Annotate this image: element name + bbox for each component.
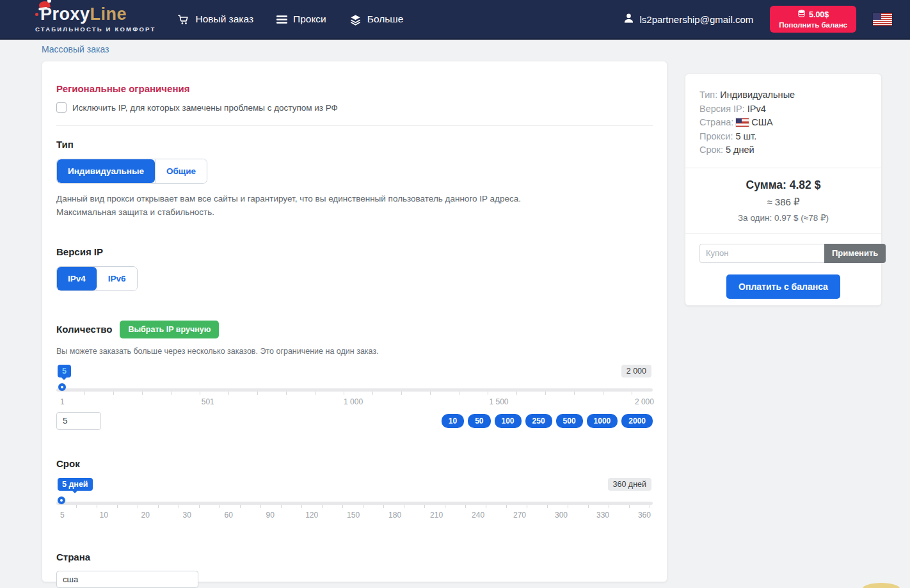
nav-item-label: Новый заказ: [195, 13, 253, 25]
account-email[interactable]: ls2partnership@gmail.com: [623, 13, 753, 26]
quantity-title: Количество: [56, 324, 112, 335]
summary-row: Тип:Индивидуальные: [699, 88, 867, 102]
balance-amount: 5.00$: [809, 10, 829, 19]
type-description: Данный вид прокси открывает вам все сайт…: [56, 193, 653, 219]
select-ip-manually-button[interactable]: Выбрать IP вручную: [120, 321, 219, 338]
top-up-balance-button[interactable]: 5.00$ Пополнить баланс: [770, 6, 856, 33]
duration-value-badge: 5 дней: [58, 478, 93, 491]
slider-tick-label: 60: [225, 511, 233, 520]
logo-dot-icon: [35, 13, 38, 16]
layers-icon: [349, 13, 362, 26]
order-form-card: Региональные ограничения Исключить IP, д…: [42, 61, 667, 582]
exclude-ip-checkbox[interactable]: [56, 102, 67, 113]
order-summary-card: Тип:Индивидуальные Версия IP:IPv4 Страна…: [685, 74, 882, 306]
slider-tick-label: 330: [596, 511, 609, 520]
slider-tick-label: 210: [430, 511, 443, 520]
language-flag-us-icon[interactable]: [873, 13, 892, 26]
nav-links: Новый заказ Прокси Больше: [177, 13, 403, 26]
slider-tick-label: 300: [555, 511, 568, 520]
list-icon: [276, 15, 287, 24]
breadcrumb-link[interactable]: Массовый заказ: [42, 44, 109, 54]
summary-row: Прокси:5 шт.: [699, 130, 867, 144]
duration-max-badge: 360 дней: [608, 478, 651, 491]
slider-tick-label: 1 000: [344, 397, 363, 406]
person-icon: [623, 13, 634, 26]
account-email-text: ls2partnership@gmail.com: [639, 14, 753, 25]
price-per-one: За один: 0.97 $ (≈78 ₽): [699, 212, 867, 223]
slider-tick-label: 360: [638, 511, 651, 520]
logo[interactable]: Proxy Line СТАБИЛЬНОСТЬ И КОМФОРТ: [35, 6, 156, 33]
quantity-slider: 5 2 000 15011 0001 5002 000 105010025050…: [56, 365, 653, 430]
pay-from-balance-button[interactable]: Оплатить с баланса: [726, 274, 840, 299]
type-toggle-group: Индивидуальные Общие: [56, 159, 207, 184]
quick-value-pill[interactable]: 100: [495, 414, 522, 428]
quick-value-pill[interactable]: 250: [525, 414, 552, 428]
cart-icon: [177, 13, 189, 26]
us-flag-icon: [736, 118, 749, 127]
navbar-right: ls2partnership@gmail.com 5.00$ Пополнить…: [623, 6, 892, 33]
coins-icon: [797, 10, 806, 19]
type-option-shared[interactable]: Общие: [155, 159, 207, 183]
slider-tick-label: 2 000: [635, 397, 654, 406]
quantity-value-badge: 5: [58, 365, 71, 377]
quick-value-pill[interactable]: 50: [468, 414, 490, 428]
quantity-slider-handle[interactable]: [58, 383, 66, 391]
slider-tick-label: 90: [266, 511, 275, 520]
regional-restrictions-title: Региональные ограничения: [56, 83, 653, 94]
slider-tick-label: 1 500: [490, 397, 509, 406]
summary-row: Срок:5 дней: [699, 143, 867, 157]
slider-tick-label: 1: [60, 397, 65, 406]
duration-slider-handle[interactable]: [58, 497, 65, 504]
duration-tick-labels: 51020306090120150180210240270300330360: [56, 511, 653, 521]
nav-item-new-order[interactable]: Новый заказ: [177, 13, 253, 26]
slider-tick-label: 270: [513, 511, 526, 520]
slider-tick-label: 20: [141, 511, 150, 520]
summary-row: Страна:США: [699, 116, 867, 130]
nav-item-more[interactable]: Больше: [349, 13, 404, 26]
logo-tagline: СТАБИЛЬНОСТЬ И КОМФОРТ: [35, 26, 156, 33]
country-search-input[interactable]: [56, 571, 198, 588]
slider-tick-label: 501: [202, 397, 214, 406]
slider-tick-label: 240: [472, 511, 484, 520]
quick-value-pill[interactable]: 2000: [621, 414, 653, 428]
logo-text-secondary: Line: [90, 6, 127, 23]
logo-text-primary: Proxy: [40, 6, 90, 23]
navbar: Proxy Line СТАБИЛЬНОСТЬ И КОМФОРТ Новый …: [0, 0, 910, 40]
breadcrumb: Массовый заказ: [42, 40, 109, 59]
ip-option-ipv6[interactable]: IPv6: [97, 267, 137, 290]
duration-slider: 5 дней 360 дней 510203060901201501802102…: [56, 478, 653, 521]
quick-value-pills: 105010025050010002000: [442, 414, 653, 428]
ip-version-title: Версия IP: [56, 246, 653, 257]
balance-label: Пополнить баланс: [779, 21, 847, 29]
slider-tick-label: 180: [388, 511, 401, 520]
nav-item-proxies[interactable]: Прокси: [276, 13, 326, 25]
quantity-note: Вы можете заказать больше через нескольк…: [56, 347, 653, 356]
slider-tick-label: 10: [100, 511, 108, 520]
ip-version-toggle-group: IPv4 IPv6: [56, 266, 138, 291]
quantity-max-badge: 2 000: [621, 365, 651, 377]
type-section-title: Тип: [56, 139, 653, 150]
quick-value-pill[interactable]: 10: [442, 414, 464, 428]
order-total-rub: ≈ 386 ₽: [699, 196, 867, 208]
type-option-individual[interactable]: Индивидуальные: [57, 159, 155, 183]
chat-widget-sliver[interactable]: [863, 583, 900, 588]
apply-coupon-button[interactable]: Применить: [824, 244, 886, 263]
summary-row: Версия IP:IPv4: [699, 102, 867, 116]
coupon-input[interactable]: [699, 244, 824, 263]
quantity-input[interactable]: [56, 412, 101, 430]
summary-rows: Тип:Индивидуальные Версия IP:IPv4 Страна…: [699, 88, 867, 157]
ip-option-ipv4[interactable]: IPv4: [57, 267, 97, 290]
quantity-tick-labels: 15011 0001 5002 000: [56, 397, 653, 408]
nav-item-label: Больше: [367, 13, 404, 25]
quick-value-pill[interactable]: 500: [556, 414, 583, 428]
slider-tick-label: 120: [305, 511, 318, 520]
quick-value-pill[interactable]: 1000: [587, 414, 618, 428]
slider-tick-label: 5: [60, 511, 65, 520]
slider-tick-label: 150: [347, 511, 360, 520]
exclude-ip-label: Исключить IP, для которых замечены пробл…: [72, 103, 338, 113]
duration-title: Срок: [56, 458, 653, 469]
order-total: Сумма: 4.82 $: [699, 179, 867, 192]
country-title: Страна: [56, 552, 653, 562]
nav-item-label: Прокси: [293, 13, 326, 25]
slider-tick-label: 30: [183, 511, 191, 520]
